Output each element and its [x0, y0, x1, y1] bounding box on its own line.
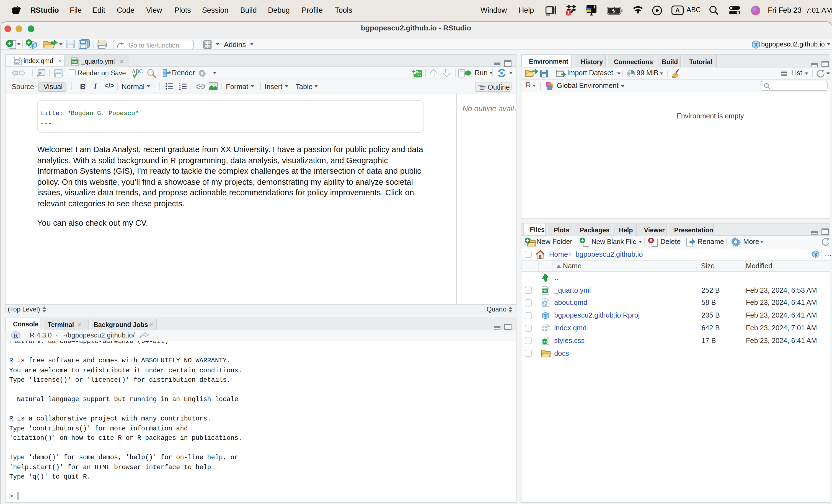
svg-text:C: C — [417, 71, 421, 77]
svg-text:css: css — [542, 339, 547, 343]
svg-text:2: 2 — [179, 86, 181, 89]
svg-text:R: R — [544, 313, 547, 318]
svg-text:YML: YML — [71, 60, 78, 63]
svg-text:YML: YML — [541, 289, 548, 292]
svg-text:A: A — [675, 7, 680, 14]
svg-text:R: R — [814, 252, 817, 257]
svg-text:R: R — [754, 42, 757, 47]
svg-text:1: 1 — [179, 83, 181, 86]
svg-text:1: 1 — [567, 10, 570, 15]
svg-text:R: R — [13, 332, 18, 339]
